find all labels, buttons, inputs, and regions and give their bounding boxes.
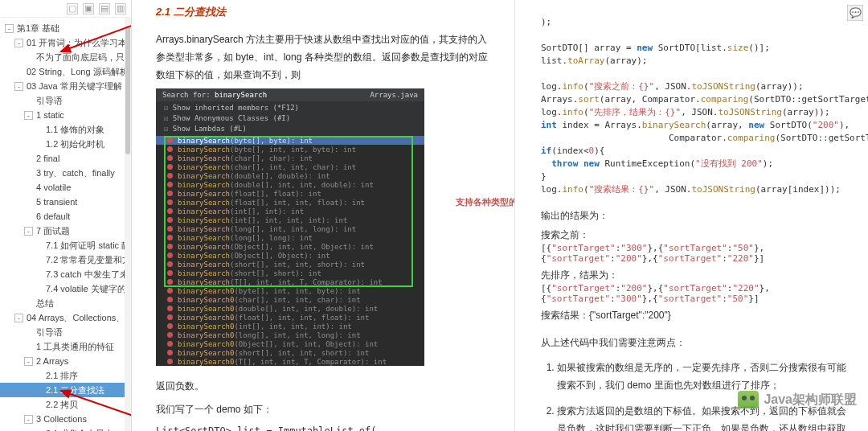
code-block: ); SortDTO[] array = new SortDTO[list.si… [541, 3, 854, 196]
ide-result-row: binarySearch0(int[], int, int, int): int [156, 322, 424, 330]
sidebar-toolbar: ▢ ▣ ▤ ▥ [0, 0, 131, 18]
tree-node[interactable]: 3.1 求集合中最大、小值 [0, 426, 131, 431]
tree-node[interactable]: 2 final [0, 151, 131, 166]
ide-options: Show inherited members (*F12) Show Anony… [156, 101, 424, 136]
tree-node[interactable]: 5 transient [0, 195, 131, 209]
tree-node[interactable]: 02 String、Long 源码解析和面试题 [0, 64, 131, 79]
ide-result-row: binarySearch(short[], short): int [156, 269, 424, 277]
tree-node[interactable]: 2.1 排序 [0, 368, 131, 383]
tree-node[interactable]: 6 default [0, 209, 131, 224]
sidebar: ▢ ▣ ▤ ▥ -第1章 基础-01 开胃词：为什么学习本专栏不为了面向底层码，… [0, 0, 132, 431]
ide-result-row: binarySearch(double[], double): int [156, 171, 424, 180]
tool-icon[interactable]: ▤ [99, 3, 110, 14]
tree-node[interactable]: 7.3 catch 中发生了未知异常，finally 还会执行么？ [0, 267, 131, 281]
tree-node[interactable]: 总结 [0, 296, 131, 310]
tree-node[interactable]: 2.1 二分查找法 [0, 383, 131, 397]
paragraph: 从上述代码中我们需要注意两点： [541, 335, 854, 351]
sidebar-scrollbar[interactable] [125, 18, 131, 431]
ide-result-row: binarySearch0(byte[], int, int, byte): i… [156, 286, 424, 295]
output-json: [{"sortTarget":"300"},{"sortTarget":"50"… [541, 243, 854, 264]
ide-result-row: binarySearch0(double[], int, int, double… [156, 304, 424, 313]
ide-result-row: binarySearch0(long[], int, int, long): i… [156, 330, 424, 339]
output-json: [{"sortTarget":"200"},{"sortTarget":"220… [541, 283, 854, 304]
ide-result-row: binarySearch(float[], int, int, float): … [156, 198, 424, 207]
ide-result-row: binarySearch(long[], long): int [156, 233, 424, 242]
ide-result-row: binarySearch(byte[], int, int, byte): in… [156, 145, 424, 154]
tree-node[interactable]: 不为了面向底层码，只为了更好的实践 [0, 50, 131, 64]
tree-node[interactable]: -3 Collections [0, 412, 131, 426]
tree-node[interactable]: -04 Arrays、Collections、Objects 常用方法源码解析 [0, 310, 131, 325]
tree-node[interactable]: 引导语 [0, 325, 131, 339]
ide-result-row: binarySearch0(char[], int, int, char): i… [156, 295, 424, 304]
chat-icon[interactable]: 💬 [847, 5, 863, 21]
ide-file-name: Arrays.java [370, 91, 418, 99]
tree-node[interactable]: -第1章 基础 [0, 21, 131, 35]
ide-result-row: binarySearch(char[], char): int [156, 154, 424, 162]
tree-node[interactable]: 1.1 修饰的对象 [0, 122, 131, 137]
wechat-icon [738, 391, 759, 408]
tree-node[interactable]: 3 try、catch、finally [0, 166, 131, 180]
tree-node[interactable]: 1 工具类通用的特征 [0, 339, 131, 354]
ide-result-row: binarySearch0(T[], int, int, T, Comparat… [156, 357, 424, 366]
ide-result-row: binarySearch(int[], int): int [156, 207, 424, 216]
code-line: List<SortDTO> list = ImmutableList.of( [156, 425, 497, 431]
outline-tree: -第1章 基础-01 开胃词：为什么学习本专栏不为了面向底层码，只为了更好的实践… [0, 18, 131, 431]
watermark-text: Java架构师联盟 [764, 392, 857, 408]
ide-option: Show Anonymous Classes (#I) [164, 113, 416, 124]
tree-node[interactable]: -1 static [0, 108, 131, 122]
tool-icon[interactable]: ▥ [115, 3, 126, 14]
ide-result-row: binarySearch0(Object[], int, int, Object… [156, 339, 424, 348]
ide-result-row: binarySearch(char[], int, int, char): in… [156, 162, 424, 171]
ide-result-row: binarySearch(float[], float): int [156, 189, 424, 198]
ide-result-list: 支持各种类型的参数 binarySearch(byte[], byte): in… [156, 136, 424, 366]
paragraph: 我们写了一个 demo 如下： [156, 403, 497, 417]
tree-node[interactable]: 7.4 volatile 关键字的作用和原理 [0, 281, 131, 296]
output-line: 先排序，结果为： [541, 267, 854, 283]
paragraph: Arrays.binarySearch 方法主要用于快速从数组中查找出对应的值，… [156, 31, 497, 84]
article-right: 💬 ); SortDTO[] array = new SortDTO[list.… [515, 0, 868, 431]
tree-node[interactable]: -03 Java 常用关键字理解 [0, 79, 131, 93]
tree-node[interactable]: -7 面试题 [0, 224, 131, 238]
ide-result-row: binarySearch0(short[], int, int, short):… [156, 348, 424, 357]
output-line: 搜索结果：{"sortTarget":"200"} [541, 307, 854, 323]
tree-node[interactable]: 7.1 如何证明 static 静态变量和类无关？ [0, 238, 131, 252]
tree-node[interactable]: 引导语 [0, 93, 131, 108]
ide-option: Show inherited members (*F12) [164, 103, 416, 113]
list-item: 如果被搜索的数组是无序的，一定要先排序，否则二分搜索很有可能搜索不到，我们 de… [557, 359, 854, 394]
article-left: 2.1 二分查找法 Arrays.binarySearch 方法主要用于快速从数… [132, 0, 514, 431]
ide-result-row: binarySearch(Object[], Object): int [156, 251, 424, 260]
ide-result-row: binarySearch(double[], int, int, double)… [156, 180, 424, 189]
tool-icon[interactable]: ▢ [67, 3, 78, 14]
watermark: Java架构师联盟 [738, 391, 857, 408]
tool-icon[interactable]: ▣ [83, 3, 94, 14]
ide-result-row: binarySearch(int[], int, int, int): int [156, 216, 424, 224]
ide-result-row: binarySearch(byte[], byte): int [156, 136, 424, 145]
tree-node[interactable]: 4 volatile [0, 180, 131, 195]
ide-result-row: binarySearch(T[], int, int, T, Comparato… [156, 277, 424, 286]
ide-search-label: Search for: [162, 91, 211, 99]
output-heading: 输出的结果为： [541, 207, 854, 224]
tree-node[interactable]: -01 开胃词：为什么学习本专栏 [0, 35, 131, 50]
annotation-text: 支持各种类型的参数 [456, 196, 514, 208]
ide-option: Show Lambdas (#L) [164, 124, 416, 134]
ide-screenshot: Search for: binarySearch Arrays.java Sho… [156, 88, 424, 366]
ide-result-row: binarySearch(short[], int, int, short): … [156, 260, 424, 269]
code-block: List<SortDTO> list = ImmutableList.of( n… [156, 425, 497, 431]
ide-result-row: binarySearch(long[], int, int, long): in… [156, 224, 424, 233]
tree-node[interactable]: 2.2 拷贝 [0, 397, 131, 412]
ide-result-row: binarySearch0(float[], int, int, float):… [156, 313, 424, 322]
paragraph: 返回负数。 [156, 377, 497, 395]
section-heading: 2.1 二分查找法 [156, 5, 497, 19]
tree-node[interactable]: 1.2 初始化时机 [0, 137, 131, 151]
ide-search-value: binarySearch [215, 91, 267, 99]
output-line: 搜索之前： [541, 227, 854, 243]
tree-node[interactable]: 7.2 常常看见变量和方法被 static 和 final 两个关键字修饰，为什… [0, 252, 131, 267]
ide-result-row: binarySearch(Object[], int, int, Object)… [156, 242, 424, 251]
tree-node[interactable]: -2 Arrays [0, 354, 131, 368]
